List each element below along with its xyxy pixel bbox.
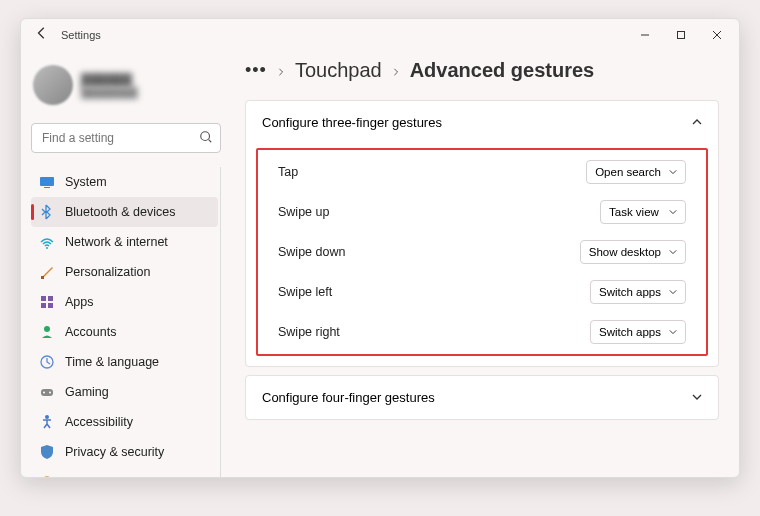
svg-point-6 — [46, 247, 48, 249]
sidebar-item-apps[interactable]: Apps — [31, 287, 218, 317]
chevron-down-icon — [692, 390, 702, 405]
chevron-down-icon — [669, 246, 677, 258]
gesture-dropdown-tap[interactable]: Open search — [586, 160, 686, 184]
svg-rect-9 — [48, 296, 53, 301]
app-title: Settings — [61, 29, 101, 41]
sidebar-item-personalization[interactable]: Personalization — [31, 257, 218, 287]
bluetooth-icon — [39, 204, 55, 220]
svg-line-3 — [209, 140, 212, 143]
svg-rect-5 — [44, 187, 50, 188]
settings-window: Settings ██████ ████████ — [20, 18, 740, 478]
maximize-button[interactable] — [663, 21, 699, 49]
svg-rect-11 — [48, 303, 53, 308]
gesture-label: Tap — [278, 165, 298, 179]
svg-point-2 — [201, 132, 210, 141]
user-name: ██████ — [81, 73, 138, 87]
section-header-four[interactable]: Configure four-finger gestures — [246, 376, 718, 419]
gamepad-icon — [39, 384, 55, 400]
sidebar-item-label: Windows Update — [65, 475, 160, 477]
section-title: Configure four-finger gestures — [262, 390, 435, 405]
gesture-label: Swipe down — [278, 245, 345, 259]
svg-rect-8 — [41, 296, 46, 301]
gesture-label: Swipe up — [278, 205, 329, 219]
svg-rect-7 — [41, 276, 44, 279]
section-header-three[interactable]: Configure three-finger gestures — [246, 101, 718, 144]
chevron-right-icon — [392, 62, 400, 80]
shield-icon — [39, 444, 55, 460]
chevron-down-icon — [669, 326, 677, 338]
search-input[interactable] — [31, 123, 221, 153]
highlight-box: Tap Open search Swipe up Task view — [256, 148, 708, 356]
wifi-icon — [39, 234, 55, 250]
display-icon — [39, 174, 55, 190]
close-button[interactable] — [699, 21, 735, 49]
apps-icon — [39, 294, 55, 310]
dropdown-value: Task view — [609, 206, 659, 218]
sidebar-item-label: Privacy & security — [65, 445, 164, 459]
gesture-row-swipe-down: Swipe down Show desktop — [260, 232, 704, 272]
chevron-down-icon — [669, 286, 677, 298]
sidebar-item-label: Personalization — [65, 265, 150, 279]
minimize-button[interactable] — [627, 21, 663, 49]
chevron-up-icon — [692, 115, 702, 130]
chevron-down-icon — [669, 166, 677, 178]
gesture-dropdown-swipe-down[interactable]: Show desktop — [580, 240, 686, 264]
chevron-down-icon — [669, 206, 677, 218]
svg-rect-14 — [41, 389, 53, 396]
sidebar-item-gaming[interactable]: Gaming — [31, 377, 218, 407]
gesture-label: Swipe left — [278, 285, 332, 299]
chevron-right-icon — [277, 62, 285, 80]
sidebar-item-label: Gaming — [65, 385, 109, 399]
sidebar-item-label: Apps — [65, 295, 94, 309]
update-icon — [39, 474, 55, 477]
sidebar-item-windows-update[interactable]: Windows Update — [31, 467, 218, 477]
sidebar-item-label: Accessibility — [65, 415, 133, 429]
sidebar-item-privacy-security[interactable]: Privacy & security — [31, 437, 218, 467]
search-icon — [199, 130, 213, 148]
sidebar-item-label: Accounts — [65, 325, 116, 339]
user-email: ████████ — [81, 87, 138, 98]
dropdown-value: Switch apps — [599, 286, 661, 298]
breadcrumb-parent[interactable]: Touchpad — [295, 59, 382, 82]
sidebar-item-label: System — [65, 175, 107, 189]
content: ••• Touchpad Advanced gestures Configure… — [231, 51, 739, 477]
svg-rect-1 — [678, 32, 685, 39]
svg-point-12 — [44, 326, 50, 332]
gesture-row-swipe-left: Swipe left Switch apps — [260, 272, 704, 312]
svg-rect-10 — [41, 303, 46, 308]
avatar — [33, 65, 73, 105]
sidebar-item-accounts[interactable]: Accounts — [31, 317, 218, 347]
gesture-dropdown-swipe-up[interactable]: Task view — [600, 200, 686, 224]
section-four-finger: Configure four-finger gestures — [245, 375, 719, 420]
section-three-finger: Configure three-finger gestures Tap Open… — [245, 100, 719, 367]
sidebar-item-network[interactable]: Network & internet — [31, 227, 218, 257]
person-icon — [39, 324, 55, 340]
sidebar-item-label: Network & internet — [65, 235, 168, 249]
svg-point-15 — [43, 392, 45, 394]
dropdown-value: Switch apps — [599, 326, 661, 338]
section-title: Configure three-finger gestures — [262, 115, 442, 130]
gesture-dropdown-swipe-left[interactable]: Switch apps — [590, 280, 686, 304]
dropdown-value: Show desktop — [589, 246, 661, 258]
nav: System Bluetooth & devices Network & int… — [31, 167, 221, 477]
clock-globe-icon — [39, 354, 55, 370]
sidebar-item-time-language[interactable]: Time & language — [31, 347, 218, 377]
brush-icon — [39, 264, 55, 280]
gesture-row-swipe-right: Swipe right Switch apps — [260, 312, 704, 352]
svg-point-16 — [49, 392, 51, 394]
accessibility-icon — [39, 414, 55, 430]
sidebar-item-system[interactable]: System — [31, 167, 218, 197]
svg-rect-4 — [40, 177, 54, 186]
sidebar-item-accessibility[interactable]: Accessibility — [31, 407, 218, 437]
dropdown-value: Open search — [595, 166, 661, 178]
gesture-dropdown-swipe-right[interactable]: Switch apps — [590, 320, 686, 344]
user-block[interactable]: ██████ ████████ — [31, 51, 221, 123]
gesture-row-tap: Tap Open search — [260, 152, 704, 192]
sidebar-item-label: Time & language — [65, 355, 159, 369]
page-title: Advanced gestures — [410, 59, 595, 82]
sidebar: ██████ ████████ System Bluetooth & devic… — [21, 51, 231, 477]
breadcrumb-more-icon[interactable]: ••• — [245, 60, 267, 81]
svg-point-17 — [45, 415, 49, 419]
sidebar-item-bluetooth-devices[interactable]: Bluetooth & devices — [31, 197, 218, 227]
back-icon[interactable] — [35, 26, 49, 44]
